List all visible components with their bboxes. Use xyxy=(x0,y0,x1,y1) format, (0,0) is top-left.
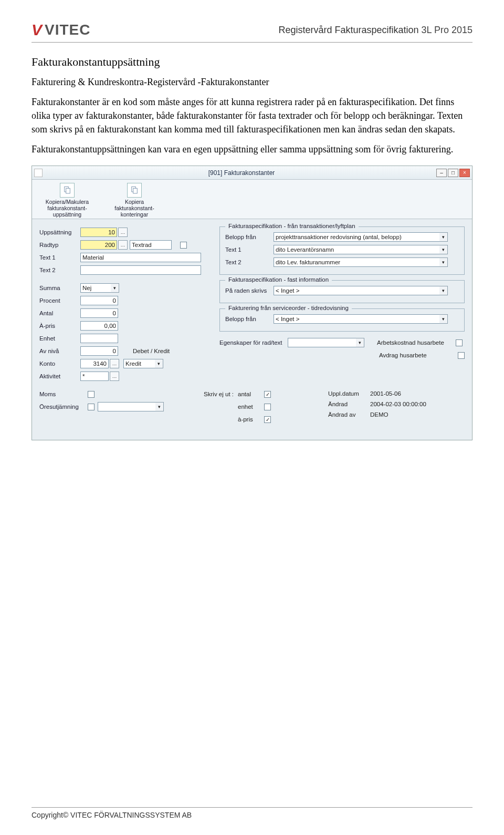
section-title: Fakturakonstantuppsättning xyxy=(32,55,472,69)
label-apris: À-pris xyxy=(39,323,80,329)
fieldset-transaktioner: Fakturaspecifikation - från transaktione… xyxy=(219,226,465,275)
minimize-button[interactable]: – xyxy=(436,169,447,177)
avdrag-checkbox[interactable] xyxy=(458,352,465,359)
label-uppl-datum: Uppl.datum xyxy=(328,390,370,397)
label-radtyp: Radtyp xyxy=(39,242,80,248)
aktivitet-input[interactable]: * xyxy=(80,372,109,381)
chevron-down-icon: ▾ xyxy=(155,402,164,411)
chevron-down-icon: ▾ xyxy=(439,314,448,324)
label-text2: Text 2 xyxy=(39,267,80,273)
label-procent: Procent xyxy=(39,297,80,304)
radtyp-input[interactable]: 200 xyxy=(80,240,117,250)
vitec-logo: V VITEC xyxy=(32,21,90,39)
radtyp-text: Textrad xyxy=(130,240,172,250)
app-window: [901] Fakturakonstanter – □ × Kopiera/Ma… xyxy=(32,166,472,440)
radtyp-lookup-button[interactable]: … xyxy=(118,240,128,250)
g2-pa-raden-select[interactable]: < Inget >▾ xyxy=(274,286,448,295)
value-andrad-av: DEMO xyxy=(370,411,388,418)
label-skriv-ej-ut: Skriv ej ut : xyxy=(192,391,234,397)
window-menu-icon[interactable] xyxy=(34,169,43,177)
label-debet-kredit: Debet / Kredit xyxy=(133,348,170,354)
oresutjamning-select[interactable]: ▾ xyxy=(98,402,164,411)
procent-input[interactable]: 0 xyxy=(80,296,118,305)
label-enhet: Enhet xyxy=(39,335,80,342)
label-g1-text1: Text 1 xyxy=(225,246,274,253)
konto-dc-select[interactable]: Kredit▾ xyxy=(123,359,163,368)
maximize-button[interactable]: □ xyxy=(448,169,458,177)
label-antal: Antal xyxy=(39,310,80,316)
avniva-input[interactable]: 0 xyxy=(80,346,118,356)
aktivitet-lookup-button[interactable]: … xyxy=(110,372,119,381)
label-summa: Summa xyxy=(39,285,80,291)
fieldset-fast-info: Fakturaspecifikation - fast information … xyxy=(219,280,465,303)
ribbon-copy-makulera[interactable]: Kopiera/Makulera fakturakonstant- uppsät… xyxy=(38,183,96,218)
chevron-down-icon: ▾ xyxy=(439,232,448,242)
skriv-apris-checkbox[interactable]: ✓ xyxy=(264,416,271,423)
uppsattning-input[interactable]: 10 xyxy=(80,228,117,237)
window-title: [901] Fakturakonstanter xyxy=(47,169,436,177)
close-button[interactable]: × xyxy=(459,169,470,177)
paragraph-2: Fakturakonstantuppsättningen kan vara en… xyxy=(32,142,472,156)
label-text1: Text 1 xyxy=(39,254,80,261)
apris-input[interactable]: 0,00 xyxy=(80,321,118,331)
ribbon-copy-konteringar[interactable]: Kopiera fakturakonstant- konteringar xyxy=(106,183,163,218)
label-uppsattning: Uppsättning xyxy=(39,229,80,235)
label-g1-text2: Text 2 xyxy=(225,259,274,265)
g1-text1-select[interactable]: dito Leverantörsnamn▾ xyxy=(274,245,448,254)
g1-text2-select[interactable]: dito Lev. fakturanummer▾ xyxy=(274,257,448,267)
logo-text: VITEC xyxy=(45,22,90,38)
label-aktivitet: Aktivitet xyxy=(39,373,80,379)
arbetskostnad-checkbox[interactable] xyxy=(456,339,463,346)
skriv-antal-checkbox[interactable]: ✓ xyxy=(264,391,271,398)
header-right-text: Registervård Fakturaspecifikation 3L Pro… xyxy=(278,25,472,36)
legend-transaktioner: Fakturaspecifikation - från transaktione… xyxy=(225,223,359,229)
moms-checkbox[interactable] xyxy=(88,391,94,398)
legend-serviceorder: Fakturering från serviceorder - tidredov… xyxy=(225,305,352,311)
svg-rect-3 xyxy=(133,189,138,194)
g3-belopp-select[interactable]: < Inget >▾ xyxy=(274,314,448,324)
copy-icon xyxy=(127,183,142,198)
logo-mark-icon: V xyxy=(32,21,43,39)
label-avdrag: Avdrag husarbete xyxy=(379,352,458,358)
konto-lookup-button[interactable]: … xyxy=(110,359,119,368)
legend-fast-info: Fakturaspecifikation - fast information xyxy=(225,276,332,283)
svg-rect-1 xyxy=(66,189,70,194)
enhet-input[interactable] xyxy=(80,334,118,343)
label-egenskaper: Egenskaper för rad/text xyxy=(219,339,288,346)
chevron-down-icon: ▾ xyxy=(439,245,448,254)
paragraph-1: Fakturakonstanter är en kod som måste an… xyxy=(32,95,472,136)
antal-input[interactable]: 0 xyxy=(80,308,118,318)
chevron-down-icon: ▾ xyxy=(356,338,364,347)
oresutjamning-checkbox[interactable] xyxy=(88,404,94,410)
uppsattning-lookup-button[interactable]: … xyxy=(118,228,128,237)
summa-select[interactable]: Nej▾ xyxy=(80,283,119,293)
egenskaper-select[interactable]: ▾ xyxy=(288,338,364,347)
label-skriv-apris: à-pris xyxy=(238,416,264,422)
konto-input[interactable]: 3140 xyxy=(80,359,109,368)
label-andrad-av: Ändrad av xyxy=(328,411,370,418)
skriv-enhet-checkbox[interactable] xyxy=(264,404,271,410)
label-g3-belopp: Belopp från xyxy=(225,316,274,322)
page-footer: Copyright© VITEC FÖRVALTNINGSSYSTEM AB xyxy=(32,807,472,819)
label-oresutjamning: Öresutjämning xyxy=(39,404,88,410)
label-skriv-enhet: enhet xyxy=(238,404,264,410)
label-moms: Moms xyxy=(39,391,88,397)
label-g2-pa-raden: På raden skrivs xyxy=(225,287,274,294)
text2-input[interactable] xyxy=(80,265,201,275)
label-arbetskostnad: Arbetskostnad husarbete xyxy=(377,339,456,346)
value-andrad: 2004-02-03 00:00:00 xyxy=(370,401,426,407)
chevron-down-icon: ▾ xyxy=(439,286,448,295)
label-andrad: Ändrad xyxy=(328,401,370,407)
chevron-down-icon: ▾ xyxy=(111,283,119,293)
value-uppl-datum: 2001-05-06 xyxy=(370,390,401,397)
radtyp-checkbox[interactable] xyxy=(180,242,187,249)
text1-input[interactable]: Material xyxy=(80,253,201,262)
g1-belopp-select[interactable]: projekttransaktioner redovisning (antal,… xyxy=(274,232,448,242)
titlebar: [901] Fakturakonstanter – □ × xyxy=(32,166,472,180)
copy-icon xyxy=(60,183,75,198)
ribbon: Kopiera/Makulera fakturakonstant- uppsät… xyxy=(32,180,472,219)
label-avniva: Av nivå xyxy=(39,348,80,354)
fieldset-serviceorder: Fakturering från serviceorder - tidredov… xyxy=(219,308,465,332)
label-skriv-antal: antal xyxy=(238,391,264,397)
label-konto: Konto xyxy=(39,360,80,367)
